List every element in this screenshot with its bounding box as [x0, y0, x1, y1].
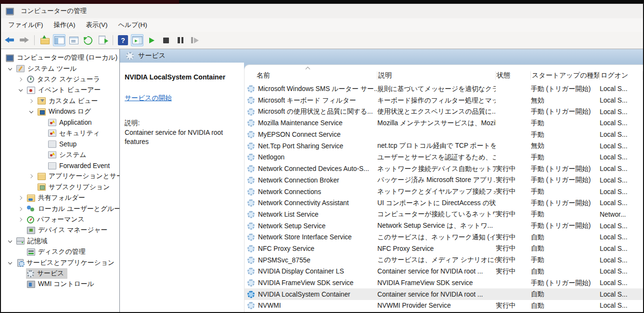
service-row[interactable]: Net.Tcp Port Sharing Service net.tcp プロト… [245, 140, 643, 152]
restart-service-icon[interactable] [189, 34, 201, 46]
service-row[interactable]: NVWMI NVWMI Provider Service 実行中 自動 Loca… [245, 300, 643, 312]
service-row[interactable]: Microsoft キーボード フィルター キーボード操作のフィルター処理とマッ… [245, 95, 643, 106]
tree-item[interactable]: Application [1, 117, 119, 128]
service-row[interactable]: Microsoft の使用状況と品質に関する... 使用状況とエクスペリエンスの… [245, 106, 643, 117]
tree-item[interactable]: アプリケーションとサービス [1, 171, 119, 182]
up-one-level-folder-icon[interactable] [39, 34, 51, 46]
description-label: 説明: [125, 119, 239, 128]
service-row[interactable]: Network Store Interface Service このサービスは、… [245, 232, 643, 243]
tree-item[interactable]: Forwarded Event [1, 160, 119, 171]
service-startup-type: 手動 [531, 210, 600, 219]
menu-item[interactable]: ヘルプ(H) [113, 21, 153, 29]
menu-item[interactable]: 操作(A) [49, 21, 81, 29]
service-row[interactable]: Network Connected Devices Auto-S... ネットワ… [245, 163, 643, 175]
refresh-icon[interactable] [82, 34, 94, 46]
service-description: Mozilla メンテナンスサービスは、Mozil... [377, 119, 496, 128]
tree-item[interactable]: システム ツール [1, 63, 119, 74]
show-action-pane-icon[interactable] [131, 34, 143, 46]
tree-expander-icon[interactable] [5, 67, 15, 71]
service-name: Network Connections [258, 188, 321, 196]
tree-item[interactable]: WMI コントロール [1, 279, 119, 289]
service-logon-as: Local S... [600, 199, 643, 207]
column-header-name[interactable]: 名前 [247, 71, 377, 80]
sort-ascending-icon [306, 67, 310, 72]
service-row[interactable]: NVIDIA FrameView SDK service NVIDIA Fram… [245, 277, 643, 289]
service-row[interactable]: NPSMSvc_8755e このサービスは、メディア シナリオに使用... 実行… [245, 254, 643, 266]
toolbar-separator [111, 34, 115, 46]
back-icon[interactable] [3, 34, 16, 46]
tree-item[interactable]: サービス [1, 268, 119, 279]
tree-item[interactable]: 記憶域 [1, 236, 119, 247]
extended-description-pane: NVIDIA LocalSystem Container サービスの開始 説明:… [120, 63, 244, 312]
tree-expander-icon[interactable] [15, 208, 26, 210]
service-row[interactable]: Network List Service コンピューターが接続しているネットワー… [245, 209, 643, 221]
service-row[interactable]: NVIDIA LocalSystem Container Container s… [245, 288, 643, 300]
column-header-logon[interactable]: ログオン [600, 71, 643, 80]
service-row[interactable]: Network Connections ネットワークとダイヤルアップ接続フォル.… [245, 186, 643, 197]
tree-expander-icon[interactable] [26, 175, 37, 178]
tree-item[interactable]: Setup [1, 139, 119, 149]
service-row[interactable]: Network Setup Service Network Setup Serv… [245, 220, 643, 232]
service-logon-as: Local S... [600, 131, 643, 138]
service-row[interactable]: Netlogon ユーザーとサービスを認証するため、この... 手動 Local… [245, 152, 643, 163]
service-row[interactable]: Microsoft Windows SMS ルーター サー... 規則に基づいて… [245, 83, 643, 95]
tree-expander-icon[interactable] [15, 218, 26, 221]
tree-expander-icon[interactable] [5, 261, 15, 265]
tree-item[interactable]: イベント ビューアー [1, 85, 119, 95]
main-content: コンピューターの管理 (ローカル) システム ツール タスク スケジ [1, 49, 643, 312]
background-window-strip [0, 0, 644, 4]
tree-expander-icon[interactable] [5, 239, 15, 243]
tree-item[interactable]: コンピューターの管理 (ローカル) [1, 52, 119, 63]
start-service-link[interactable]: サービスの開始 [125, 94, 172, 103]
tree-item[interactable]: タスク スケジューラ [1, 74, 119, 85]
tree-item-label: Windows ログ [49, 107, 91, 116]
export-list-icon[interactable] [96, 34, 109, 46]
show-console-tree-icon[interactable] [53, 34, 65, 46]
tree-item[interactable]: セキュリティ [1, 128, 119, 139]
service-row[interactable]: NVIDIA Display Container LS Container se… [245, 266, 643, 277]
tree-item[interactable]: サービスとアプリケーション [1, 257, 119, 268]
column-header-startup-type[interactable]: スタートアップの種類 [531, 71, 600, 80]
tree-item-label: Application [59, 119, 92, 126]
tree-item[interactable]: カスタム ビュー [1, 96, 119, 106]
menu-item[interactable]: 表示(V) [81, 21, 113, 29]
service-row[interactable]: Network Connectivity Assistant UI コンポーネン… [245, 197, 643, 209]
service-name: Network Connectivity Assistant [258, 199, 349, 207]
tree-expander-icon[interactable] [15, 196, 26, 199]
service-name: Net.Tcp Port Sharing Service [258, 143, 343, 150]
tree-item[interactable]: パフォーマンス [1, 214, 119, 225]
tree-expander-icon[interactable] [26, 100, 37, 103]
service-row[interactable]: MyEPSON Connect Service 手動 Local S... [245, 129, 643, 141]
service-row[interactable]: Network Connection Broker パッケージ済み Micros… [245, 175, 643, 186]
system-tools-icon [16, 65, 25, 72]
tree-item[interactable]: デバイス マネージャー [1, 225, 119, 235]
service-startup-type: 手動 (トリガー開始) [531, 199, 600, 208]
help-icon[interactable]: ? [118, 35, 128, 45]
tree-item[interactable]: 共有フォルダー [1, 193, 119, 203]
tree-expander-icon[interactable] [15, 88, 26, 92]
shared-folders-icon [27, 195, 35, 202]
service-gear-icon [247, 188, 255, 196]
tree-expander-icon[interactable] [15, 78, 26, 81]
service-gear-icon [247, 119, 255, 127]
tree-item[interactable]: システム [1, 150, 119, 160]
title-bar[interactable]: コンピューターの管理 [1, 4, 643, 18]
start-service-icon[interactable] [145, 34, 158, 46]
services-icon [27, 270, 34, 277]
service-row[interactable]: Mozilla Maintenance Service Mozilla メンテナ… [245, 117, 643, 129]
pause-service-icon[interactable] [174, 34, 187, 46]
properties-icon[interactable] [67, 34, 80, 46]
menu-item[interactable]: ファイル(F) [3, 21, 49, 29]
forward-icon[interactable] [18, 34, 30, 46]
stop-service-icon[interactable] [160, 34, 172, 46]
column-header-description[interactable]: 説明 [377, 71, 496, 80]
tree-item[interactable]: Windows ログ [1, 106, 119, 117]
service-row[interactable]: NFC Proxy Service NFC Proxy Service 実行中 … [245, 243, 643, 255]
column-header-status[interactable]: 状態 [496, 71, 531, 80]
tree-item[interactable]: ローカル ユーザーとグループ [1, 203, 119, 214]
service-logon-as: Local S... [600, 257, 643, 264]
tree-item[interactable]: ディスクの管理 [1, 247, 119, 257]
service-gear-icon [247, 143, 255, 150]
tree-expander-icon[interactable] [26, 110, 37, 114]
tree-item[interactable]: サブスクリプション [1, 182, 119, 193]
